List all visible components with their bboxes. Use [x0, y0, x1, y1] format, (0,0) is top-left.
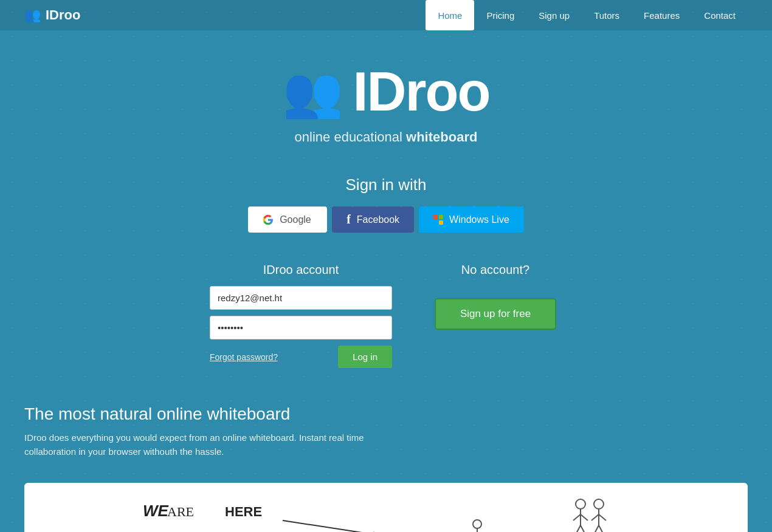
whiteboard-svg: WE ARE HERE	[24, 483, 748, 532]
no-account-section: No account? Sign up for free	[429, 263, 562, 368]
feature-title: The most natural online whiteboard	[24, 404, 748, 424]
nav-pricing[interactable]: Pricing	[474, 0, 526, 30]
logo-icon: 👥	[24, 7, 41, 23]
hero-section: 👥 IDroo online educational whiteboard	[0, 30, 772, 163]
whiteboard-preview: WE ARE HERE	[24, 483, 748, 532]
idroo-account-section: IDroo account Forgot password? Log in	[210, 263, 392, 368]
hero-subtitle-bold: whiteboard	[406, 129, 477, 145]
navbar: 👥 IDroo Home Pricing Sign up Tutors Feat…	[0, 0, 772, 30]
nav-tutors[interactable]: Tutors	[582, 0, 632, 30]
logo-text: IDroo	[46, 7, 80, 23]
svg-text:HERE: HERE	[225, 504, 262, 519]
nav-logo[interactable]: 👥 IDroo	[24, 7, 80, 23]
google-signin-label: Google	[280, 214, 311, 225]
forgot-password-link[interactable]: Forgot password?	[210, 352, 278, 362]
facebook-icon: f	[346, 213, 351, 227]
google-icon	[263, 214, 274, 225]
svg-text:ARE: ARE	[167, 504, 194, 519]
signin-section: Sign in with Google f Facebook Windows L…	[0, 163, 772, 263]
hero-subtitle: online educational whiteboard	[12, 129, 760, 145]
hero-subtitle-regular: online educational	[295, 129, 406, 145]
facebook-signin-button[interactable]: f Facebook	[332, 206, 414, 233]
windows-signin-button[interactable]: Windows Live	[419, 206, 524, 233]
email-input[interactable]	[210, 286, 392, 310]
svg-text:WE: WE	[143, 502, 169, 520]
login-button[interactable]: Log in	[338, 346, 392, 368]
nav-contact[interactable]: Contact	[692, 0, 748, 30]
feature-section: The most natural online whiteboard IDroo…	[0, 392, 772, 477]
hero-logo-area: 👥 IDroo	[12, 61, 760, 123]
nav-features[interactable]: Features	[632, 0, 692, 30]
login-area: IDroo account Forgot password? Log in No…	[0, 263, 772, 392]
hero-title: IDroo	[353, 61, 490, 123]
hero-icon: 👥	[283, 64, 343, 121]
windows-signin-label: Windows Live	[449, 214, 509, 225]
no-account-title: No account?	[429, 263, 562, 277]
signin-title: Sign in with	[12, 176, 760, 194]
nav-home[interactable]: Home	[426, 0, 474, 30]
feature-description: IDroo does everything you would expect f…	[24, 431, 389, 459]
windows-icon	[433, 215, 443, 225]
signup-button[interactable]: Sign up for free	[435, 298, 556, 330]
google-signin-button[interactable]: Google	[248, 206, 327, 233]
password-input[interactable]	[210, 316, 392, 339]
form-bottom: Forgot password? Log in	[210, 346, 392, 368]
facebook-signin-label: Facebook	[357, 214, 399, 225]
idroo-account-title: IDroo account	[210, 263, 392, 277]
nav-signup[interactable]: Sign up	[526, 0, 582, 30]
social-buttons: Google f Facebook Windows Live	[12, 206, 760, 233]
nav-links: Home Pricing Sign up Tutors Features Con…	[426, 0, 748, 30]
